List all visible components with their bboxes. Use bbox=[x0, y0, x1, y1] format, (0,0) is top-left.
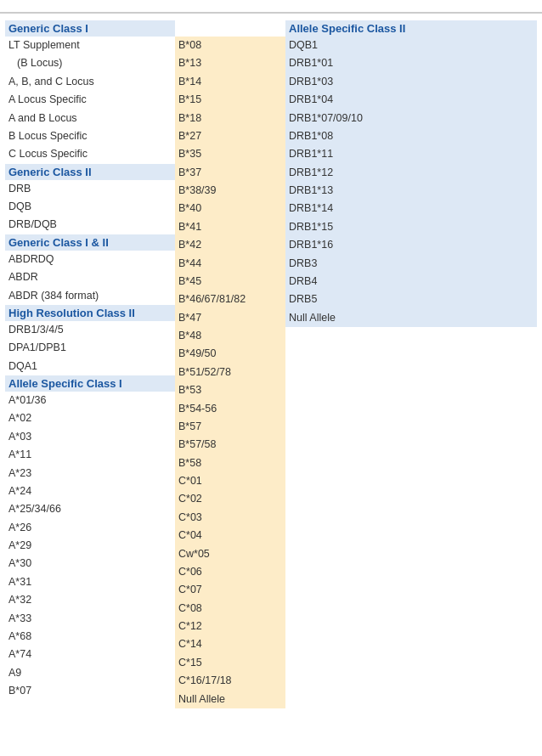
spacer bbox=[175, 20, 285, 37]
allele-item: C*03 bbox=[175, 509, 285, 527]
list-item: A*24 bbox=[5, 482, 175, 500]
allele-item: B*45 bbox=[175, 273, 285, 291]
section-header: Generic Class II bbox=[5, 164, 175, 180]
allele-item: B*18 bbox=[175, 110, 285, 127]
section-header: Generic Class I bbox=[5, 20, 175, 37]
allele-item: B*35 bbox=[175, 145, 285, 163]
allele-item: B*53 bbox=[175, 381, 285, 399]
right-allele-item: DRB1*07/09/10 bbox=[285, 110, 537, 127]
right-allele-item: DRB1*13 bbox=[285, 182, 537, 200]
allele-item: C*14 bbox=[175, 635, 285, 653]
right-allele-item: DRB3 bbox=[285, 255, 537, 273]
allele-item: C*12 bbox=[175, 618, 285, 635]
right-allele-item: DRB1*16 bbox=[285, 236, 537, 254]
allele-item: B*15 bbox=[175, 91, 285, 109]
right-allele-item: DRB1*12 bbox=[285, 164, 537, 182]
allele-item: C*07 bbox=[175, 581, 285, 599]
allele-item: B*58 bbox=[175, 454, 285, 472]
list-item: LT Supplement bbox=[5, 37, 175, 54]
allele-item: B*08 bbox=[175, 37, 285, 54]
list-item: C Locus Specific bbox=[5, 145, 175, 163]
allele-item: C*06 bbox=[175, 563, 285, 581]
right-allele-item: Null Allele bbox=[285, 309, 537, 327]
allele-item: C*08 bbox=[175, 600, 285, 618]
list-item: DQA1 bbox=[5, 358, 175, 375]
list-item: A9 bbox=[5, 664, 175, 682]
left-column: Generic Class ILT Supplement(B Locus)A, … bbox=[5, 20, 175, 708]
right-allele-item: DRB1*14 bbox=[285, 200, 537, 217]
list-item: A*02 bbox=[5, 409, 175, 427]
right-allele-item: DQB1 bbox=[285, 37, 537, 54]
right-allele-item: DRB5 bbox=[285, 291, 537, 308]
list-item: (B Locus) bbox=[5, 54, 175, 72]
allele-item: C*04 bbox=[175, 527, 285, 544]
list-item: DPA1/DPB1 bbox=[5, 339, 175, 357]
list-item: A*25/34/66 bbox=[5, 500, 175, 518]
allele-item: B*44 bbox=[175, 255, 285, 273]
allele-item: B*38/39 bbox=[175, 182, 285, 200]
section-header: Allele Specific Class I bbox=[5, 375, 175, 392]
list-item: A*01/36 bbox=[5, 392, 175, 409]
list-item: A Locus Specific bbox=[5, 91, 175, 109]
header bbox=[0, 0, 542, 14]
list-item: B*07 bbox=[5, 682, 175, 700]
right-allele-item: DRB1*01 bbox=[285, 54, 537, 72]
list-item: DRB1/3/4/5 bbox=[5, 321, 175, 339]
allele-specific-class-ii-header: Allele Specific Class II bbox=[285, 20, 537, 37]
allele-item: C*16/17/18 bbox=[175, 672, 285, 690]
allele-item: B*42 bbox=[175, 236, 285, 254]
allele-item: C*15 bbox=[175, 654, 285, 672]
allele-item: B*57 bbox=[175, 418, 285, 436]
allele-item: B*37 bbox=[175, 164, 285, 182]
right-allele-item: DRB1*15 bbox=[285, 218, 537, 236]
list-item: A*74 bbox=[5, 646, 175, 663]
allele-item: Null Allele bbox=[175, 691, 285, 708]
allele-item: B*46/67/81/82 bbox=[175, 291, 285, 308]
list-item: A*30 bbox=[5, 555, 175, 573]
list-item: A*68 bbox=[5, 628, 175, 646]
section-header: High Resolution Class II bbox=[5, 305, 175, 321]
allele-item: B*57/58 bbox=[175, 436, 285, 454]
list-item: A*26 bbox=[5, 519, 175, 537]
allele-item: B*14 bbox=[175, 73, 285, 91]
middle-column: B*08B*13B*14B*15B*18B*27B*35B*37B*38/39B… bbox=[175, 20, 285, 708]
allele-item: B*51/52/78 bbox=[175, 364, 285, 381]
allele-item: B*47 bbox=[175, 309, 285, 327]
list-item: ABDR (384 format) bbox=[5, 287, 175, 305]
right-allele-item: DRB1*03 bbox=[285, 73, 537, 91]
allele-item: B*27 bbox=[175, 127, 285, 145]
right-allele-item: DRB4 bbox=[285, 273, 537, 291]
list-item: A*33 bbox=[5, 610, 175, 628]
list-item: DRB bbox=[5, 180, 175, 198]
list-item: A*23 bbox=[5, 465, 175, 482]
allele-item: B*54-56 bbox=[175, 400, 285, 418]
list-item: A, B, and C Locus bbox=[5, 73, 175, 91]
list-item: DRB/DQB bbox=[5, 216, 175, 234]
list-item: ABDR bbox=[5, 268, 175, 286]
content-area: Generic Class ILT Supplement(B Locus)A, … bbox=[0, 14, 542, 715]
allele-item: B*41 bbox=[175, 218, 285, 236]
list-item: ABDRDQ bbox=[5, 251, 175, 268]
section-header: Generic Class I & II bbox=[5, 234, 175, 251]
list-item: A*32 bbox=[5, 591, 175, 609]
allele-item: C*02 bbox=[175, 490, 285, 508]
list-item: A*31 bbox=[5, 573, 175, 591]
allele-item: B*40 bbox=[175, 200, 285, 217]
right-allele-item: DRB1*08 bbox=[285, 127, 537, 145]
allele-item: B*13 bbox=[175, 54, 285, 72]
allele-item: C*01 bbox=[175, 472, 285, 490]
allele-item: B*48 bbox=[175, 327, 285, 345]
right-column: Allele Specific Class IIDQB1DRB1*01DRB1*… bbox=[285, 20, 537, 708]
list-item: A*03 bbox=[5, 428, 175, 446]
right-allele-item: DRB1*04 bbox=[285, 91, 537, 109]
list-item: DQB bbox=[5, 198, 175, 216]
list-item: B Locus Specific bbox=[5, 127, 175, 145]
list-item: A and B Locus bbox=[5, 110, 175, 127]
list-item: A*29 bbox=[5, 537, 175, 555]
allele-item: Cw*05 bbox=[175, 545, 285, 563]
list-item: A*11 bbox=[5, 446, 175, 464]
allele-item: B*49/50 bbox=[175, 345, 285, 363]
right-allele-item: DRB1*11 bbox=[285, 145, 537, 163]
